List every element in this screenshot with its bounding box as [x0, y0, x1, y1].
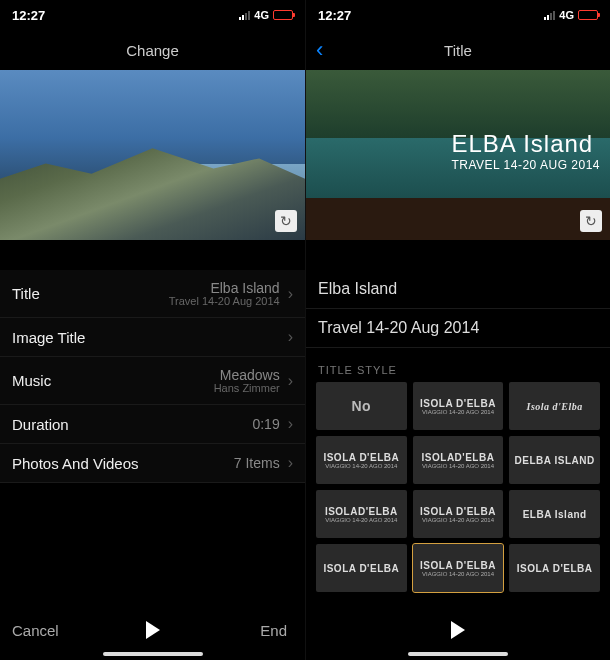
row-value: 7 Items: [234, 455, 280, 471]
nav-bar: Change: [0, 30, 305, 70]
status-right: 4G: [239, 9, 293, 21]
title-input[interactable]: Elba Island: [306, 270, 610, 309]
chevron-right-icon: ›: [288, 285, 293, 303]
cancel-button[interactable]: Cancel: [12, 622, 59, 639]
play-icon[interactable]: [451, 621, 465, 639]
title-style-tile[interactable]: ISOLA D'ELBAVIAGGIO 14-20 AGO 2014: [413, 544, 504, 592]
rotate-icon[interactable]: ↻: [275, 210, 297, 232]
bottom-bar: [306, 600, 610, 660]
style-tile-title: ELBA Island: [523, 509, 587, 520]
settings-list: Title Elba Island Travel 14-20 Aug 2014 …: [0, 270, 305, 483]
style-tile-title: DELBA ISLAND: [515, 455, 595, 466]
preview-image[interactable]: ELBA Island TRAVEL 14-20 AUG 2014 ↻: [306, 70, 610, 240]
overlay-title-text: ELBA Island: [451, 130, 600, 158]
chevron-right-icon: ›: [288, 454, 293, 472]
home-indicator[interactable]: [103, 652, 203, 656]
title-overlay: ELBA Island TRAVEL 14-20 AUG 2014: [451, 130, 600, 172]
style-tile-title: ISOLAD'ELBA: [325, 506, 398, 517]
style-tile-subtitle: VIAGGIO 14-20 AGO 2014: [422, 463, 494, 469]
row-title[interactable]: Title Elba Island Travel 14-20 Aug 2014 …: [0, 270, 305, 318]
chevron-right-icon: ›: [288, 372, 293, 390]
row-label: Image Title: [12, 329, 85, 346]
style-tile-title: No: [351, 398, 371, 414]
title-style-tile[interactable]: ISOLAD'ELBAVIAGGIO 14-20 AGO 2014: [413, 436, 504, 484]
network-label: 4G: [254, 9, 269, 21]
title-style-tile[interactable]: ISOLA D'ELBA: [316, 544, 407, 592]
signal-icon: [544, 11, 555, 20]
row-value: Elba Island Travel 14-20 Aug 2014: [169, 280, 280, 307]
battery-icon: [578, 10, 598, 20]
row-label: Photos And Videos: [12, 455, 139, 472]
nav-bar: ‹ Title: [306, 30, 610, 70]
row-label: Music: [12, 372, 51, 389]
nav-title: Title: [444, 42, 472, 59]
row-value: 0:19: [252, 416, 279, 432]
home-indicator[interactable]: [408, 652, 508, 656]
title-style-tile[interactable]: Isola d'Elba: [509, 382, 600, 430]
overlay-subtitle-text: TRAVEL 14-20 AUG 2014: [451, 158, 600, 172]
title-style-tile[interactable]: DELBA ISLAND: [509, 436, 600, 484]
style-tile-title: ISOLA D'ELBA: [420, 398, 496, 409]
style-tile-title: ISOLA D'ELBA: [323, 452, 399, 463]
row-label: Duration: [12, 416, 69, 433]
battery-icon: [273, 10, 293, 20]
title-style-tile[interactable]: ISOLA D'ELBAVIAGGIO 14-20 AGO 2014: [413, 382, 504, 430]
nav-title: Change: [126, 42, 179, 59]
network-label: 4G: [559, 9, 574, 21]
end-button[interactable]: End: [260, 622, 287, 639]
preview-image[interactable]: ↻: [0, 70, 305, 240]
style-tile-title: ISOLAD'ELBA: [422, 452, 495, 463]
bottom-bar: Cancel End: [0, 600, 305, 660]
style-tile-title: ISOLA D'ELBA: [420, 506, 496, 517]
subtitle-input[interactable]: Travel 14-20 Aug 2014: [306, 309, 610, 348]
style-tile-title: ISOLA D'ELBA: [420, 560, 496, 571]
chevron-right-icon: ›: [288, 415, 293, 433]
status-time: 12:27: [12, 8, 45, 23]
row-label: Title: [12, 285, 40, 302]
title-style-tile[interactable]: ISOLA D'ELBA: [509, 544, 600, 592]
rotate-icon[interactable]: ↻: [580, 210, 602, 232]
title-style-tile[interactable]: ELBA Island: [509, 490, 600, 538]
style-tile-subtitle: VIAGGIO 14-20 AGO 2014: [422, 571, 494, 577]
left-pane: 12:27 4G Change ↻ Title Elba Island Trav…: [0, 0, 305, 660]
section-title-style: TITLE STYLE: [306, 348, 610, 382]
row-value: Meadows Hans Zimmer: [214, 367, 280, 394]
row-image-title[interactable]: Image Title ›: [0, 318, 305, 357]
right-pane: 12:27 4G ‹ Title ELBA Island TRAVEL 14-2…: [305, 0, 610, 660]
title-style-grid: NoISOLA D'ELBAVIAGGIO 14-20 AGO 2014Isol…: [306, 382, 610, 602]
signal-icon: [239, 11, 250, 20]
title-style-tile[interactable]: No: [316, 382, 407, 430]
title-style-tile[interactable]: ISOLAD'ELBAVIAGGIO 14-20 AGO 2014: [316, 490, 407, 538]
style-tile-subtitle: VIAGGIO 14-20 AGO 2014: [325, 463, 397, 469]
row-music[interactable]: Music Meadows Hans Zimmer ›: [0, 357, 305, 405]
style-tile-subtitle: VIAGGIO 14-20 AGO 2014: [422, 517, 494, 523]
status-right: 4G: [544, 9, 598, 21]
style-tile-subtitle: VIAGGIO 14-20 AGO 2014: [325, 517, 397, 523]
status-bar: 12:27 4G: [0, 0, 305, 30]
style-tile-title: ISOLA D'ELBA: [323, 563, 399, 574]
row-duration[interactable]: Duration 0:19 ›: [0, 405, 305, 444]
chevron-right-icon: ›: [288, 328, 293, 346]
title-style-tile[interactable]: ISOLA D'ELBAVIAGGIO 14-20 AGO 2014: [413, 490, 504, 538]
style-tile-title: ISOLA D'ELBA: [517, 563, 593, 574]
row-photos-videos[interactable]: Photos And Videos 7 Items ›: [0, 444, 305, 483]
status-time: 12:27: [318, 8, 351, 23]
style-tile-title: Isola d'Elba: [527, 401, 583, 412]
back-button[interactable]: ‹: [316, 37, 323, 63]
status-bar: 12:27 4G: [306, 0, 610, 30]
play-icon[interactable]: [146, 621, 160, 639]
title-style-tile[interactable]: ISOLA D'ELBAVIAGGIO 14-20 AGO 2014: [316, 436, 407, 484]
style-tile-subtitle: VIAGGIO 14-20 AGO 2014: [422, 409, 494, 415]
